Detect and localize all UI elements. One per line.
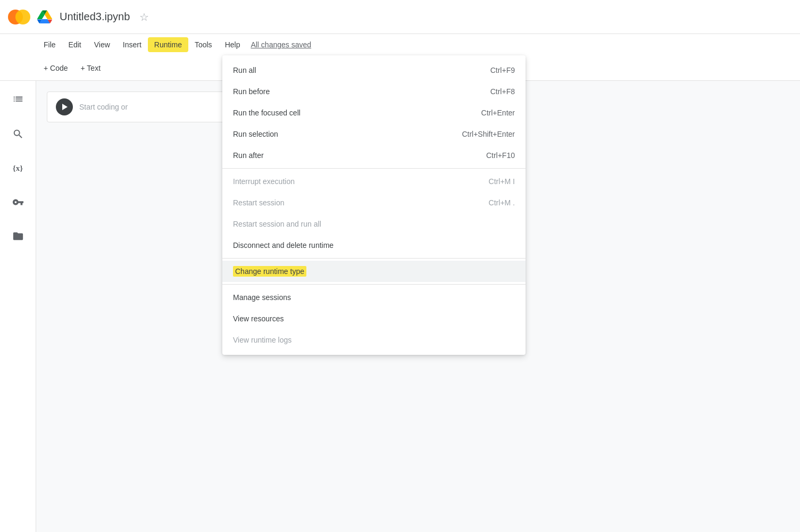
add-code-button[interactable]: + Code [37, 61, 74, 76]
menu-item-view-resources-label: View resources [233, 314, 284, 323]
menu-item-interrupt-label: Interrupt execution [233, 177, 295, 186]
menu-view[interactable]: View [88, 37, 116, 52]
menu-item-run-focused-shortcut: Ctrl+Enter [481, 109, 515, 117]
menu-item-run-focused[interactable]: Run the focused cell Ctrl+Enter [222, 102, 526, 123]
sidebar: {x} [0, 81, 36, 532]
run-cell-button[interactable] [56, 98, 73, 115]
runtime-dropdown-menu: Run all Ctrl+F9 Run before Ctrl+F8 Run t… [222, 55, 526, 355]
divider-2 [222, 258, 526, 259]
svg-point-1 [15, 10, 30, 24]
menu-item-interrupt-shortcut: Ctrl+M I [489, 177, 515, 186]
menu-item-run-before-label: Run before [233, 87, 270, 96]
secrets-icon[interactable] [7, 192, 29, 213]
menu-item-view-logs: View runtime logs [222, 329, 526, 351]
menu-item-run-after-shortcut: Ctrl+F10 [486, 151, 515, 160]
menubar: File Edit View Insert Runtime Tools Help… [0, 34, 800, 55]
menu-item-manage-sessions-label: Manage sessions [233, 293, 291, 302]
search-icon[interactable] [7, 123, 29, 145]
menu-item-interrupt: Interrupt execution Ctrl+M I [222, 171, 526, 192]
menu-item-restart-label: Restart session [233, 198, 284, 207]
menu-item-restart-run-all: Restart session and run all [222, 213, 526, 235]
divider-1 [222, 168, 526, 169]
menu-item-disconnect-label: Disconnect and delete runtime [233, 241, 334, 250]
menu-help[interactable]: Help [219, 37, 247, 52]
menu-item-disconnect[interactable]: Disconnect and delete runtime [222, 235, 526, 256]
menu-item-run-all-shortcut: Ctrl+F9 [490, 66, 515, 74]
menu-file[interactable]: File [37, 37, 62, 52]
save-status[interactable]: All changes saved [251, 40, 311, 49]
menu-item-restart-shortcut: Ctrl+M . [489, 198, 515, 207]
menu-item-manage-sessions[interactable]: Manage sessions [222, 287, 526, 308]
menu-item-view-resources[interactable]: View resources [222, 308, 526, 329]
menu-item-run-after-label: Run after [233, 151, 264, 160]
menu-item-run-selection[interactable]: Run selection Ctrl+Shift+Enter [222, 123, 526, 145]
menu-edit[interactable]: Edit [62, 37, 88, 52]
menu-item-run-before-shortcut: Ctrl+F8 [490, 87, 515, 96]
menu-item-restart: Restart session Ctrl+M . [222, 192, 526, 213]
logo-area: Untitled3.ipynb ☆ [6, 4, 149, 30]
variables-icon[interactable]: {x} [7, 157, 29, 179]
menu-item-run-before[interactable]: Run before Ctrl+F8 [222, 81, 526, 102]
menu-item-run-all[interactable]: Run all Ctrl+F9 [222, 60, 526, 81]
menu-item-run-selection-shortcut: Ctrl+Shift+Enter [462, 130, 515, 138]
co-logo[interactable] [6, 4, 32, 30]
menu-item-view-logs-label: View runtime logs [233, 336, 291, 344]
menu-item-change-runtime-label: Change runtime type [233, 266, 306, 277]
topbar: Untitled3.ipynb ☆ [0, 0, 800, 34]
menu-item-restart-run-all-label: Restart session and run all [233, 220, 321, 228]
menu-item-run-selection-label: Run selection [233, 130, 278, 138]
drive-icon [37, 10, 52, 24]
menu-insert[interactable]: Insert [116, 37, 148, 52]
menu-item-run-after[interactable]: Run after Ctrl+F10 [222, 145, 526, 166]
menu-runtime[interactable]: Runtime [148, 37, 188, 52]
doc-title[interactable]: Untitled3.ipynb [60, 11, 130, 23]
table-of-contents-icon[interactable] [7, 89, 29, 111]
menu-item-run-all-label: Run all [233, 66, 256, 74]
menu-item-change-runtime[interactable]: Change runtime type [222, 261, 526, 282]
divider-3 [222, 284, 526, 285]
files-icon[interactable] [7, 226, 29, 247]
menu-item-run-focused-label: Run the focused cell [233, 109, 301, 117]
menu-tools[interactable]: Tools [188, 37, 219, 52]
add-text-button[interactable]: + Text [74, 61, 107, 76]
star-icon[interactable]: ☆ [139, 11, 149, 23]
cell-placeholder: Start coding or [79, 103, 128, 111]
